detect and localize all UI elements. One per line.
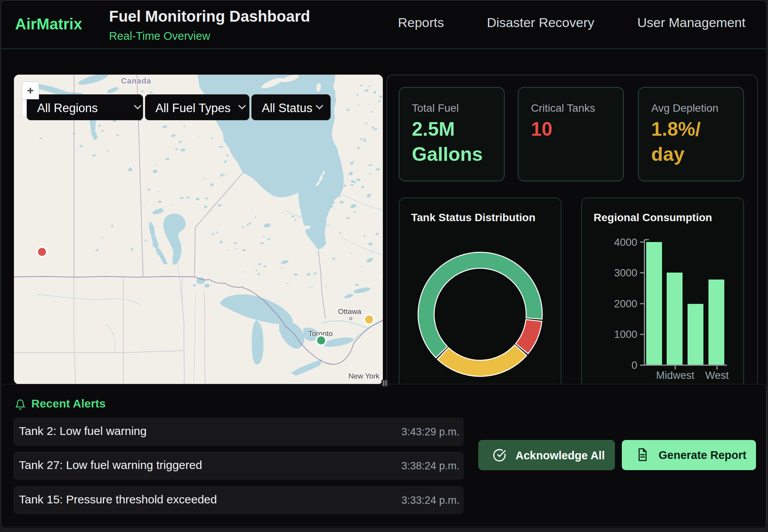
svg-text:1000: 1000 bbox=[614, 329, 637, 340]
svg-text:West: West bbox=[705, 370, 729, 381]
svg-text:3000: 3000 bbox=[614, 267, 637, 279]
svg-text:0: 0 bbox=[631, 360, 637, 371]
svg-text:2000: 2000 bbox=[614, 298, 637, 310]
svg-text:Midwest: Midwest bbox=[656, 370, 695, 381]
svg-text:4000: 4000 bbox=[614, 237, 637, 248]
